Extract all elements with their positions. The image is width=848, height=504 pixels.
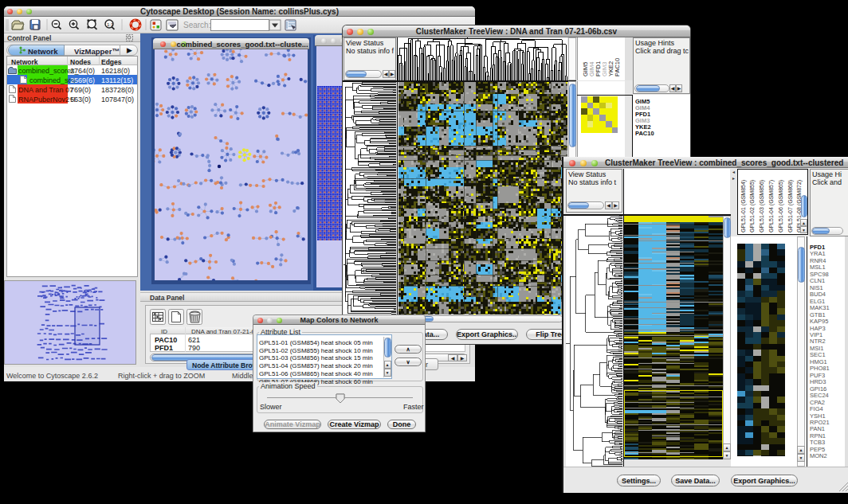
svg-text:Search:: Search: (183, 21, 210, 29)
svg-text:1:1: 1:1 (107, 22, 114, 27)
